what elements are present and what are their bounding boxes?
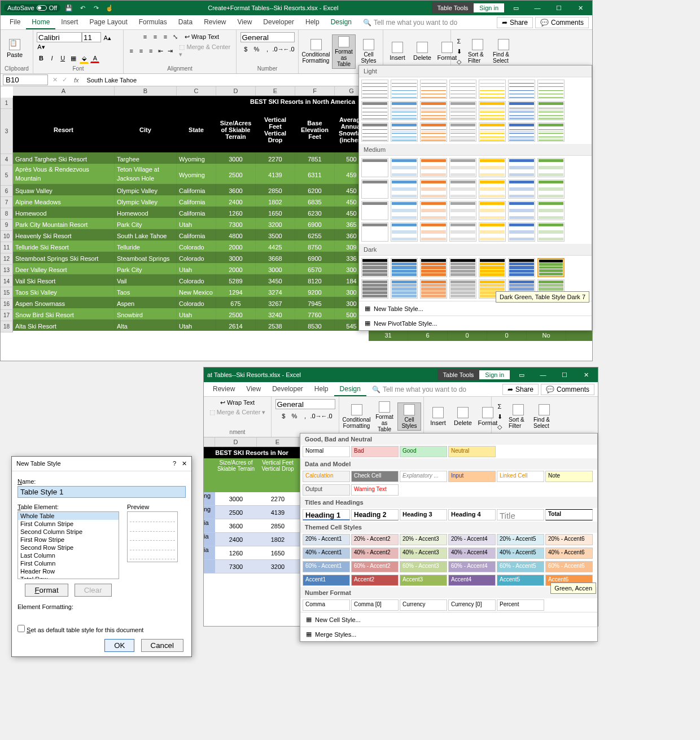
col-header[interactable]: B [115, 86, 177, 95]
decrease-decimal-icon[interactable]: ←.0 [285, 45, 294, 54]
table-cell[interactable]: 8750 [295, 240, 335, 252]
underline-icon[interactable]: U [58, 54, 67, 63]
table-style-thumb[interactable] [537, 201, 565, 220]
row-header[interactable]: 4 [1, 154, 13, 165]
table-cell[interactable]: Taos Ski Valley [13, 286, 115, 297]
minimize-icon[interactable]: — [528, 1, 547, 15]
table-cell[interactable]: Colorado [177, 252, 216, 263]
table-style-thumb[interactable] [449, 158, 476, 177]
table-cell[interactable]: 6570 [295, 263, 335, 274]
table-cell[interactable]: Telluride Ski Resort [13, 240, 115, 252]
table-cell[interactable]: Telluride [115, 240, 177, 252]
table-style-thumb[interactable] [479, 80, 506, 99]
table-style-thumb[interactable] [479, 158, 506, 177]
table-style-thumb[interactable] [508, 101, 535, 120]
table-cell[interactable]: Targhee [115, 152, 177, 164]
table-cell[interactable]: 1802 [256, 195, 295, 207]
table-cell[interactable]: California [177, 207, 216, 218]
table-style-thumb[interactable] [361, 158, 388, 177]
table-cell[interactable]: 3668 [256, 252, 295, 263]
table-cell[interactable]: 6835 [295, 195, 335, 207]
table-style-thumb[interactable] [391, 122, 418, 142]
menu-tab-home[interactable]: Home [26, 16, 55, 29]
align-middle-icon[interactable]: ≡ [151, 32, 160, 41]
row-header[interactable]: 8 [1, 208, 13, 220]
table-cell[interactable]: Colorado [177, 297, 216, 308]
table-cell[interactable]: 6200 [295, 184, 335, 195]
table-style-thumb[interactable] [479, 222, 506, 242]
table-style-thumb[interactable] [391, 279, 418, 299]
number-format-select[interactable] [240, 32, 295, 42]
table-style-thumb[interactable] [420, 279, 447, 299]
table-style-thumb[interactable] [449, 222, 476, 242]
table-cell[interactable]: Steamboat Springs Ski Resort [13, 252, 115, 263]
table-cell[interactable]: 6311 [295, 164, 335, 184]
table-cell[interactable]: California [177, 229, 216, 240]
table-cell[interactable]: Vail Ski Resort [13, 274, 115, 286]
table-cell[interactable]: 4800 [216, 229, 256, 240]
table-style-thumb[interactable] [361, 179, 388, 199]
table-style-thumb[interactable] [508, 158, 535, 177]
align-top-icon[interactable]: ≡ [141, 32, 150, 41]
table-style-thumb[interactable] [361, 222, 388, 242]
table-cell[interactable]: Alta Ski Resort [13, 319, 115, 331]
font-size-input[interactable] [82, 32, 101, 42]
table-cell[interactable]: Vail [115, 274, 177, 286]
bold-icon[interactable]: B [37, 54, 46, 63]
table-cell[interactable]: Squaw Valley [13, 184, 115, 195]
table-cell[interactable]: 675 [216, 297, 256, 308]
table-cell[interactable]: Deer Valley Resort [13, 263, 115, 274]
menu-tab-data[interactable]: Data [173, 16, 198, 29]
redo-icon[interactable]: ↷ [91, 3, 101, 13]
table-style-thumb[interactable] [449, 201, 476, 220]
table-style-thumb[interactable] [420, 122, 447, 142]
fx-icon[interactable]: fx [69, 77, 84, 84]
merge-center-button[interactable]: ⬚ Merge & Center ▾ [179, 43, 233, 58]
table-style-thumb[interactable] [361, 80, 388, 99]
menu-tab-developer[interactable]: Developer [257, 16, 300, 29]
table-cell[interactable]: 6255 [295, 229, 335, 240]
undo-icon[interactable]: ↶ [77, 3, 88, 13]
format-as-table-button[interactable]: Format as Table [332, 34, 356, 69]
table-cell[interactable]: Park City Mountain Resort [13, 218, 115, 229]
decrease-indent-icon[interactable]: ⇤ [156, 46, 165, 55]
table-cell[interactable]: 2000 [216, 240, 256, 252]
table-cell[interactable]: 2400 [216, 195, 256, 207]
font-color-icon[interactable]: A [90, 54, 99, 63]
increase-decimal-icon[interactable]: .0→ [274, 45, 283, 54]
table-style-thumb[interactable] [361, 201, 388, 220]
table-style-thumb[interactable] [420, 258, 447, 277]
table-header[interactable]: State [177, 125, 216, 135]
align-left-icon[interactable]: ≡ [127, 46, 135, 55]
menu-tab-page-layout[interactable]: Page Layout [84, 16, 133, 29]
table-cell[interactable]: 2850 [256, 184, 295, 195]
table-cell[interactable]: 3000 [216, 152, 256, 164]
table-cell[interactable]: 3240 [256, 308, 295, 319]
table-style-thumb[interactable] [479, 122, 506, 142]
new-table-style-menu[interactable]: ▦ New Table Style... [359, 301, 592, 316]
col-header[interactable]: A [13, 86, 115, 95]
table-cell[interactable]: 3500 [256, 229, 295, 240]
table-cell[interactable]: Heavenly Ski Resort [13, 229, 115, 240]
table-cell[interactable]: Utah [177, 263, 216, 274]
menu-tab-file[interactable]: File [4, 16, 26, 29]
row-header[interactable]: 17 [1, 310, 13, 321]
menu-tab-view[interactable]: View [232, 16, 258, 29]
table-style-thumb[interactable] [391, 222, 418, 242]
table-cell[interactable]: Snowbird [115, 308, 177, 319]
touch-mode-icon[interactable]: ☝ [104, 3, 115, 13]
table-style-thumb[interactable] [420, 158, 447, 177]
row-header[interactable]: 6 [1, 186, 13, 197]
row-header[interactable]: 9 [1, 220, 13, 231]
table-cell[interactable]: Homewood [13, 207, 115, 218]
table-cell[interactable]: Steamboat Springs [115, 252, 177, 263]
table-style-thumb[interactable] [508, 258, 535, 277]
align-bottom-icon[interactable]: ≡ [161, 32, 170, 41]
table-cell[interactable]: Snow Bird Ski Resort [13, 308, 115, 319]
table-cell[interactable]: Alpine Meadows [13, 195, 115, 207]
table-cell[interactable]: 8120 [295, 274, 335, 286]
table-cell[interactable]: Teton Village at Jackson Hole [115, 164, 177, 184]
table-style-thumb[interactable] [420, 101, 447, 120]
table-cell[interactable]: 4139 [256, 164, 295, 184]
share-button[interactable]: ➦ Share [497, 17, 533, 28]
